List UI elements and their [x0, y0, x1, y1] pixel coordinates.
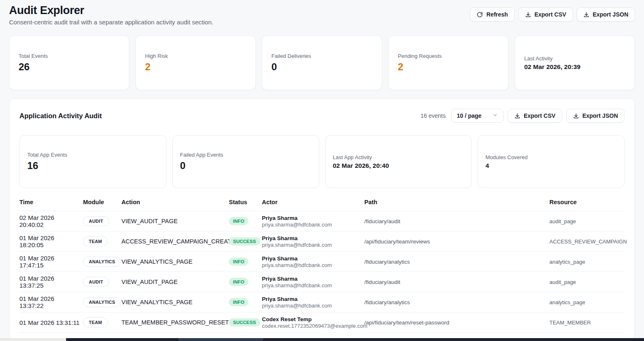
page-title: Audit Explorer — [9, 4, 213, 17]
table-row: 02 Mar 2026 20:40:02 AUDIT VIEW_AUDIT_PA… — [19, 211, 625, 231]
application-activity-audit-section: Application Activity Audit 16 events 10 … — [9, 98, 635, 341]
sub-stat-card: Last App Activity 02 Mar 2026, 20:40 — [325, 135, 472, 188]
cell-path: /fiduciary/audit — [364, 272, 549, 292]
actor-name: Priya Sharma — [262, 255, 361, 262]
refresh-button[interactable]: Refresh — [470, 7, 514, 21]
cell-actor: Priya Sharma priya.sharma@hdfcbank.com — [262, 211, 364, 231]
sub-stat-label: Modules Covered — [485, 154, 617, 160]
cell-path: /api/fiduciary/team/reviews — [364, 231, 549, 252]
stat-value: 26 — [19, 61, 120, 73]
cell-resource: analytics_page — [549, 252, 625, 272]
sub-stat-value: 16 — [27, 160, 159, 172]
cell-module: ANALYTICS — [83, 252, 121, 272]
refresh-icon — [477, 12, 483, 18]
actor-name: Priya Sharma — [262, 215, 361, 221]
cell-action: TEAM_MEMBER_PASSWORD_RESET — [121, 312, 229, 333]
sub-stat-label: Total App Events — [27, 152, 159, 158]
column-header-path: Path — [364, 195, 549, 211]
actor-email: priya.sharma@hdfcbank.com — [262, 282, 361, 289]
cell-resource: TEAM_MEMBER — [549, 312, 625, 333]
table-header-row: Time Module Action Status Actor Path Res… — [19, 195, 625, 211]
page-subtitle: Consent-centric audit trail with a separ… — [9, 19, 213, 26]
column-header-resource: Resource — [549, 195, 625, 211]
download-icon — [583, 12, 589, 18]
horizontal-scrollbar-track[interactable] — [0, 338, 644, 341]
sub-stat-value: 4 — [485, 162, 617, 169]
table-row: 01 Mar 2026 13:37:25 AUDIT VIEW_AUDIT_PA… — [19, 272, 625, 292]
section-export-csv-button[interactable]: Export CSV — [508, 109, 562, 123]
actor-name: Priya Sharma — [262, 296, 361, 302]
sub-stat-value: 0 — [180, 160, 311, 172]
export-csv-button[interactable]: Export CSV — [518, 7, 573, 21]
status-badge: SUCCESS — [229, 237, 260, 246]
cell-actor: Priya Sharma priya.sharma@hdfcbank.com — [262, 292, 364, 312]
cell-time: 01 Mar 2026 13:37:25 — [19, 272, 83, 292]
cell-time: 01 Mar 2026 13:31:11 — [19, 312, 83, 333]
cell-time: 01 Mar 2026 17:47:15 — [19, 252, 83, 272]
cell-status: SUCCESS — [229, 312, 262, 333]
section-controls: 16 events 10 / page Export CSV — [421, 109, 625, 123]
refresh-button-label: Refresh — [486, 11, 508, 18]
cell-status: INFO — [229, 292, 262, 312]
export-json-button[interactable]: Export JSON — [577, 7, 635, 21]
stat-card: Pending Requests 2 — [388, 36, 509, 90]
cell-path: /fiduciary/analytics — [364, 252, 549, 272]
sub-stat-card: Modules Covered 4 — [478, 135, 625, 188]
sub-stats-row: Total App Events 16 Failed App Events 0 … — [19, 135, 625, 188]
stat-card: Last Activity 02 Mar 2026, 20:39 — [515, 36, 635, 90]
column-header-actor: Actor — [262, 195, 364, 211]
chevron-down-icon — [492, 112, 498, 119]
cell-action: VIEW_ANALYTICS_PAGE — [121, 292, 229, 312]
column-header-module: Module — [83, 195, 121, 211]
stat-card: High Risk 2 — [135, 36, 256, 90]
sub-stat-card: Failed App Events 0 — [172, 135, 319, 188]
cell-time: 02 Mar 2026 20:40:02 — [19, 211, 83, 231]
actor-email: priya.sharma@hdfcbank.com — [262, 303, 361, 309]
status-badge: INFO — [229, 258, 248, 266]
audit-events-table: Time Module Action Status Actor Path Res… — [19, 195, 625, 333]
export-json-button-label: Export JSON — [593, 11, 628, 18]
cell-resource: ACCESS_REVIEW_CAMPAIGN — [549, 231, 625, 252]
horizontal-scrollbar-thumb[interactable] — [178, 338, 263, 341]
module-pill: TEAM — [83, 317, 108, 327]
cell-actor: Priya Sharma priya.sharma@hdfcbank.com — [262, 252, 364, 272]
status-badge: INFO — [229, 298, 248, 306]
page-toolbar: Refresh Export CSV Export JSON — [470, 7, 635, 21]
stat-label: High Risk — [145, 53, 246, 59]
download-icon — [573, 113, 579, 119]
horizontal-scrollbar-dark-segment — [66, 338, 644, 341]
sub-stat-value: 02 Mar 2026, 20:40 — [333, 162, 464, 169]
table-row: 01 Mar 2026 18:20:05 TEAM ACCESS_REVIEW_… — [19, 231, 625, 252]
actor-name: Priya Sharma — [262, 276, 361, 282]
stat-card: Total Events 26 — [9, 36, 129, 90]
section-export-json-button[interactable]: Export JSON — [566, 109, 625, 123]
stat-label: Total Events — [19, 53, 120, 59]
actor-email: priya.sharma@hdfcbank.com — [262, 242, 361, 248]
stat-label: Failed Deliveries — [271, 53, 373, 59]
table-body: 02 Mar 2026 20:40:02 AUDIT VIEW_AUDIT_PA… — [19, 211, 625, 333]
stats-row: Total Events 26 High Risk 2 Failed Deliv… — [9, 36, 635, 90]
status-badge: SUCCESS — [229, 318, 260, 327]
cell-actor: Priya Sharma priya.sharma@hdfcbank.com — [262, 231, 364, 252]
page-size-value: 10 / page — [457, 112, 482, 119]
export-csv-button-label: Export CSV — [535, 11, 566, 18]
download-icon — [525, 12, 531, 18]
cell-actor: Codex Reset Temp codex.reset.17723520694… — [262, 312, 364, 333]
actor-name: Codex Reset Temp — [262, 316, 361, 322]
module-pill: AUDIT — [83, 216, 109, 226]
cell-module: AUDIT — [83, 211, 121, 231]
cell-status: INFO — [229, 272, 262, 292]
cell-status: INFO — [229, 252, 262, 272]
cell-resource: audit_page — [549, 272, 625, 292]
page-size-select[interactable]: 10 / page — [451, 109, 504, 123]
sub-stat-label: Failed App Events — [180, 152, 311, 158]
stat-label: Pending Requests — [398, 53, 499, 59]
cell-time: 01 Mar 2026 13:37:22 — [19, 292, 83, 312]
cell-status: INFO — [229, 211, 262, 231]
cell-action: VIEW_ANALYTICS_PAGE — [121, 252, 229, 272]
page-header: Audit Explorer Consent-centric audit tra… — [9, 4, 635, 26]
cell-path: /api/fiduciary/team/reset-password — [364, 312, 549, 333]
cell-path: /fiduciary/audit — [364, 211, 549, 231]
module-pill: ANALYTICS — [83, 257, 121, 267]
cell-path: /fiduciary/analytics — [364, 292, 549, 312]
